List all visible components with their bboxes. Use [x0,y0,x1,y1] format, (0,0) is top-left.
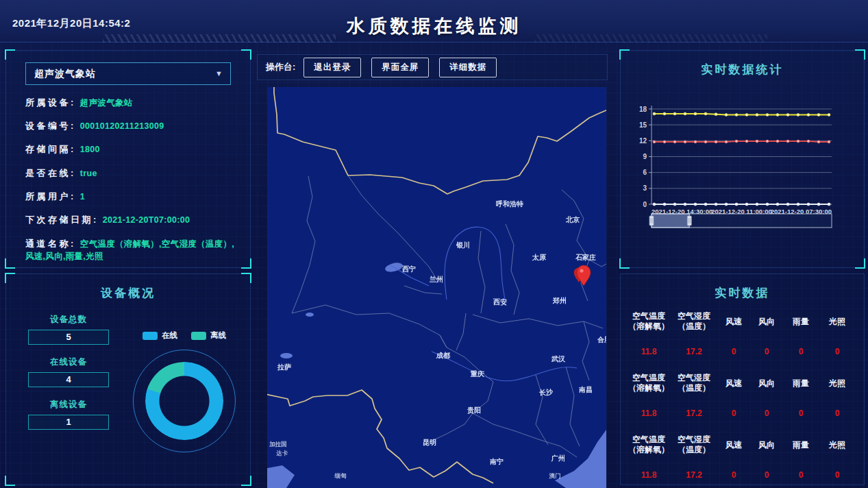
marker-highlight [580,269,583,272]
data-point [673,203,676,206]
value-cell: 17.2 [670,347,718,356]
corner-bracket [855,49,865,60]
y-tick-label: 18 [639,106,647,113]
value-cell: 0 [718,408,749,418]
data-point [663,112,666,115]
stats-panel-title: 实时数据统计 [621,51,864,77]
realtime-value-row: 11.817.20000 [628,467,858,483]
console-button-界面全屏[interactable]: 界面全屏 [371,58,429,77]
stat-value-box: 1 [28,415,109,430]
corner-bracket [619,49,630,60]
value-cell: 0 [784,470,818,480]
header-bar: 2021年12月20日14:54:2 水质数据在线监测 [0,0,868,42]
y-tick-label: 9 [643,153,647,160]
device-selector-dropdown[interactable]: 超声波气象站 ▼ [25,62,231,85]
realtime-line-chart: 03691215182021-12-20 14:30:002021-12-20 … [621,102,865,253]
city-label-成都: 成都 [436,352,450,359]
data-point [684,141,686,143]
data-point [828,113,830,116]
stat-label: 设备总数 [28,314,109,326]
field-label: 设备编号: [25,121,76,131]
data-point [786,203,789,206]
console-button-详细数据[interactable]: 详细数据 [439,58,497,77]
legend-swatch [142,332,158,340]
data-point [653,203,656,206]
column-header: 光照 [818,317,856,327]
data-point [715,113,717,116]
data-point [663,141,666,143]
city-label-拉萨: 拉萨 [277,363,291,371]
city-label-北京: 北京 [565,216,580,223]
data-point [725,141,728,143]
column-header: 风速 [718,317,749,327]
data-point [715,141,717,143]
data-point [797,113,799,116]
column-header: 风向 [749,378,784,389]
field-value: 超声波气象站 [80,98,133,108]
device-field-row: 通道名称:空气温度（溶解氧）,空气湿度（温度）,风速,风向,雨量,光照 [25,238,240,263]
value-cell: 0 [749,347,784,356]
column-header: 风向 [749,317,784,327]
header-hatch-decoration [103,34,336,42]
column-header: 空气湿度（温度） [670,435,718,455]
device-field-list: 所属设备:超声波气象站设备编号:00010120211213009存储间隔:18… [6,97,250,263]
city-label-缅甸: 缅甸 [334,472,347,479]
datazoom-selection[interactable] [652,214,689,228]
corner-bracket [5,258,15,269]
data-point [715,203,717,206]
device-field-row: 所属用户:1 [25,191,240,203]
column-header: 空气湿度（温度） [670,311,718,332]
data-point [694,112,697,115]
data-point [828,203,830,206]
column-header: 雨量 [784,317,818,327]
realtime-header-row: 空气温度（溶解氧）空气湿度（温度）风速风向雨量光照 [628,428,858,462]
field-label: 所属设备: [25,97,76,108]
realtime-table: 空气温度（溶解氧）空气湿度（温度）风速风向雨量光照11.817.20000空气温… [628,304,858,483]
field-label: 存储间隔: [25,144,76,154]
data-point [684,203,686,206]
datazoom-handle[interactable] [649,216,654,225]
data-point [817,113,820,116]
city-label-银川: 银川 [456,241,470,249]
data-point [776,203,779,206]
stat-value-box: 4 [28,372,109,387]
field-label: 是否在线: [25,168,76,178]
value-cell: 0 [818,408,856,418]
city-label-重庆: 重庆 [470,370,484,378]
console-button-退出登录[interactable]: 退出登录 [303,58,361,77]
data-point [786,140,789,143]
device-field-row: 所属设备:超声波气象站 [25,97,240,109]
map-background [267,87,606,488]
city-label-合肥: 合肥 [597,336,606,343]
data-point [807,140,810,143]
legend-item-在线[interactable]: 在线 [142,330,177,341]
series-line [654,141,829,142]
data-point [663,203,666,206]
value-cell: 0 [818,470,856,480]
value-cell: 11.8 [628,408,670,418]
data-point [725,203,728,206]
field-value: 2021-12-20T07:00:00 [103,215,190,225]
legend-item-离线[interactable]: 离线 [191,330,226,341]
y-tick-label: 12 [639,137,647,145]
realtime-value-row: 11.817.20000 [628,344,858,359]
realtime-header-row: 空气温度（溶解氧）空气湿度（温度）风速风向雨量光照 [628,304,858,339]
data-point [735,140,738,143]
data-point [694,141,697,143]
data-point [817,203,820,206]
realtime-value-row: 11.817.20000 [628,406,858,421]
data-point [673,141,676,143]
console-label: 操作台: [266,61,295,73]
datazoom-handle[interactable] [687,216,691,225]
realtime-panel-title: 实时数据 [621,274,864,301]
column-header: 空气湿度（温度） [670,373,718,393]
corner-bracket [619,258,630,269]
value-cell: 0 [749,408,784,418]
data-point [673,112,676,115]
chevron-down-icon: ▼ [215,63,223,84]
corner-bracket [855,273,865,283]
data-point [807,113,810,116]
donut-chart [145,362,223,440]
value-cell: 11.8 [628,470,670,480]
value-cell: 17.2 [670,470,718,480]
